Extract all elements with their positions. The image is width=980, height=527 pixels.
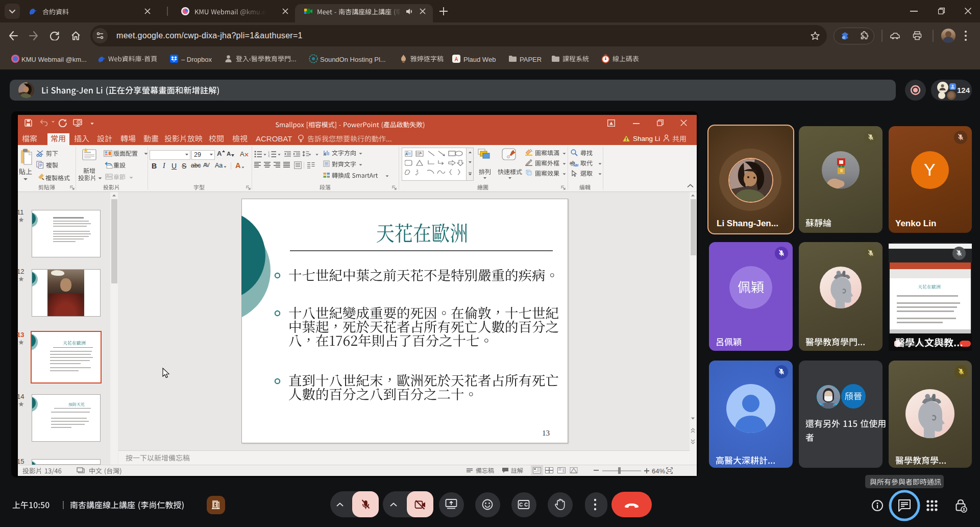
svg-text:A: A <box>240 150 244 158</box>
svg-text:A: A <box>324 153 326 156</box>
svg-text:A: A <box>420 151 422 155</box>
svg-text:A: A <box>405 152 408 156</box>
svg-text:3: 3 <box>268 155 270 157</box>
svg-text:ac: ac <box>575 162 578 166</box>
